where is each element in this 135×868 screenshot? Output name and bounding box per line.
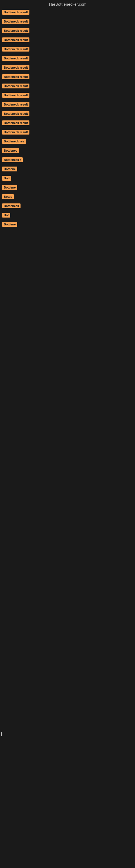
- bottleneck-result-badge[interactable]: Bottlene: [2, 166, 17, 172]
- bottleneck-row: Bottleneck result: [0, 35, 135, 44]
- bottleneck-row: Bottlene: [0, 164, 135, 174]
- bottleneck-result-badge[interactable]: Bottleneck result: [2, 10, 30, 14]
- bottleneck-row: Bot: [0, 211, 135, 220]
- bottleneck-result-badge[interactable]: Bottleneck result: [2, 120, 30, 125]
- bottleneck-row: Bottlene: [0, 220, 135, 229]
- bottleneck-row: Bottleneck result: [0, 44, 135, 54]
- bottleneck-result-badge[interactable]: Bottleneck: [2, 204, 20, 208]
- bottleneck-row: Bottlene: [0, 183, 135, 192]
- bottleneck-result-badge[interactable]: Bottleneck result: [2, 93, 30, 98]
- bottleneck-row: Bott: [0, 174, 135, 183]
- bottleneck-result-badge[interactable]: Bottleneck result: [2, 74, 30, 79]
- site-title: TheBottlenecker.com: [0, 0, 135, 8]
- bottleneck-result-badge[interactable]: Bottleneck result: [2, 37, 30, 42]
- bottleneck-result-badge[interactable]: Bott: [2, 176, 11, 181]
- bottleneck-result-badge[interactable]: Bottleneck result: [2, 65, 30, 70]
- bottleneck-row: Bottleneck res: [0, 137, 135, 146]
- bottleneck-result-badge[interactable]: Bottlenec: [2, 148, 19, 153]
- bottleneck-result-badge[interactable]: Bottleneck res: [2, 139, 26, 144]
- bottleneck-result-badge[interactable]: Bottlene: [2, 185, 17, 190]
- bottleneck-result-badge[interactable]: Bottle: [2, 194, 14, 199]
- bottleneck-row: Bottleneck result: [0, 26, 135, 35]
- bottleneck-result-badge[interactable]: Bottleneck result: [2, 56, 30, 61]
- items-container: Bottleneck resultBottleneck resultBottle…: [0, 8, 135, 229]
- bottleneck-result-badge[interactable]: Bottleneck result: [2, 111, 30, 116]
- bottleneck-row: Bottleneck result: [0, 91, 135, 100]
- bottleneck-result-badge[interactable]: Bottleneck result: [2, 28, 30, 33]
- bottleneck-row: Bottleneck result: [0, 118, 135, 127]
- bottleneck-row: Bottleneck result: [0, 63, 135, 72]
- bottleneck-row: Bottleneck: [0, 201, 135, 211]
- bottleneck-row: Bottleneck result: [0, 8, 135, 17]
- bottleneck-row: Bottleneck result: [0, 72, 135, 82]
- bottleneck-row: Bottleneck result: [0, 82, 135, 91]
- bottleneck-row: Bottlenec: [0, 146, 135, 155]
- bottleneck-result-badge[interactable]: Bottlene: [2, 222, 17, 227]
- cursor-indicator: [1, 733, 2, 736]
- bottleneck-result-badge[interactable]: Bot: [2, 213, 10, 218]
- bottleneck-row: Bottleneck result: [0, 109, 135, 118]
- bottleneck-row: Bottleneck r: [0, 155, 135, 164]
- bottleneck-row: Bottleneck result: [0, 54, 135, 63]
- bottleneck-result-badge[interactable]: Bottleneck result: [2, 130, 30, 134]
- bottleneck-row: Bottle: [0, 192, 135, 201]
- bottleneck-result-badge[interactable]: Bottleneck result: [2, 84, 30, 88]
- bottleneck-row: Bottleneck result: [0, 127, 135, 137]
- bottleneck-result-badge[interactable]: Bottleneck r: [2, 157, 23, 162]
- bottleneck-row: Bottleneck result: [0, 100, 135, 109]
- bottleneck-result-badge[interactable]: Bottleneck result: [2, 19, 30, 24]
- bottleneck-result-badge[interactable]: Bottleneck result: [2, 46, 30, 52]
- bottleneck-result-badge[interactable]: Bottleneck result: [2, 102, 30, 107]
- bottleneck-row: Bottleneck result: [0, 17, 135, 26]
